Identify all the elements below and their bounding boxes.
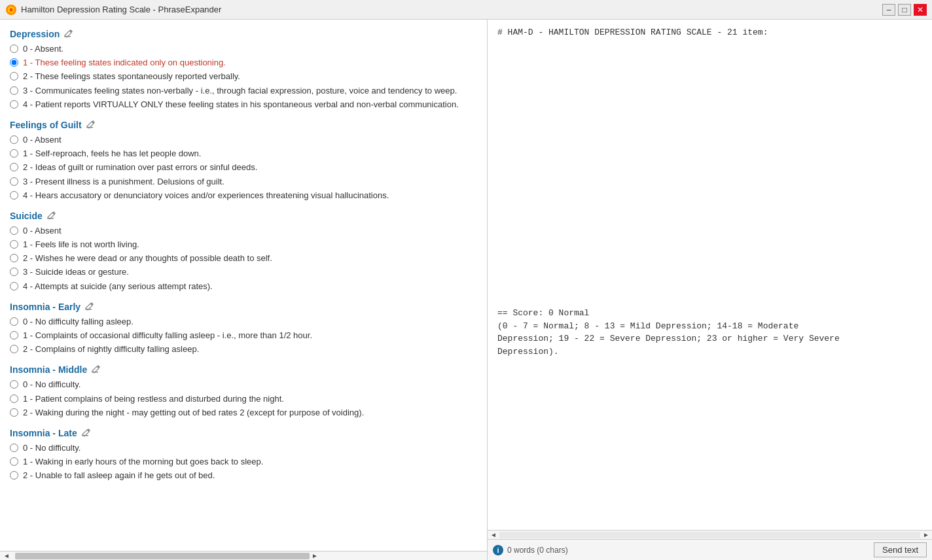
option-text-feelings-of-guilt-3: 3 - Present illness is a punishment. Del…	[23, 176, 224, 188]
option-row-suicide-3: 3 - Suicide ideas or gesture.	[10, 266, 477, 278]
word-count-text: 0 words (0 chars)	[507, 546, 568, 555]
edit-icon-insomnia-early[interactable]	[84, 302, 94, 311]
option-text-insomnia-early-0: 0 - No difficulty falling asleep.	[23, 316, 134, 328]
option-text-suicide-3: 3 - Suicide ideas or gesture.	[23, 266, 129, 278]
radio-insomnia-late-0[interactable]	[10, 444, 18, 452]
option-row-suicide-0: 0 - Absent	[10, 225, 477, 237]
option-row-depression-2: 2 - These feelings states spontaneously …	[10, 71, 477, 82]
section-header-suicide: Suicide	[10, 211, 477, 221]
option-row-feelings-of-guilt-1: 1 - Self-reproach, feels he has let peop…	[10, 148, 477, 160]
option-text-feelings-of-guilt-2: 2 - Ideas of guilt or rumination over pa…	[23, 162, 257, 173]
option-row-insomnia-early-2: 2 - Complains of nightly difficulty fall…	[10, 343, 477, 355]
option-text-feelings-of-guilt-1: 1 - Self-reproach, feels he has let peop…	[23, 148, 201, 160]
right-scroll-area[interactable]: # HAM-D - HAMILTON DEPRESSION RATING SCA…	[488, 20, 932, 530]
close-button[interactable]: ✕	[914, 4, 927, 16]
option-text-suicide-2: 2 - Wishes he were dead or any thoughts …	[23, 253, 272, 264]
radio-insomnia-middle-1[interactable]	[10, 394, 18, 403]
left-scroll-area[interactable]: Depression0 - Absent.1 - These feeling s…	[0, 20, 487, 551]
right-hscroll-left-arrow[interactable]: ◄	[488, 531, 499, 538]
left-horizontal-scrollbar[interactable]: ◄ ►	[0, 551, 487, 560]
section-header-insomnia-late: Insomnia - Late	[10, 428, 477, 438]
option-text-feelings-of-guilt-4: 4 - Hears accusatory or denunciatory voi…	[23, 190, 389, 201]
radio-suicide-0[interactable]	[10, 226, 18, 235]
option-text-insomnia-middle-1: 1 - Patient complains of being restless …	[23, 393, 284, 405]
hscroll-left-arrow[interactable]: ◄	[1, 552, 12, 559]
right-horizontal-scrollbar[interactable]: ◄ ►	[488, 530, 932, 539]
radio-depression-4[interactable]	[10, 100, 18, 109]
radio-depression-1[interactable]	[10, 58, 18, 67]
radio-insomnia-late-2[interactable]	[10, 471, 18, 480]
option-text-depression-4: 4 - Patient reports VIRTUALLY ONLY these…	[23, 99, 459, 111]
option-row-feelings-of-guilt-4: 4 - Hears accusatory or denunciatory voi…	[10, 190, 477, 201]
radio-insomnia-late-1[interactable]	[10, 457, 18, 466]
option-text-insomnia-middle-0: 0 - No difficulty.	[23, 379, 81, 391]
edit-icon-insomnia-late[interactable]	[81, 429, 90, 438]
edit-icon-feelings-of-guilt[interactable]	[86, 120, 95, 130]
option-text-suicide-0: 0 - Absent	[23, 225, 62, 237]
right-hscroll-right-arrow[interactable]: ►	[920, 531, 932, 538]
edit-icon-suicide[interactable]	[46, 211, 56, 220]
option-row-depression-4: 4 - Patient reports VIRTUALLY ONLY these…	[10, 99, 477, 111]
option-row-feelings-of-guilt-3: 3 - Present illness is a punishment. Del…	[10, 176, 477, 188]
section-label-depression: Depression	[10, 29, 60, 39]
right-text-content: # HAM-D - HAMILTON DEPRESSION RATING SCA…	[497, 26, 922, 358]
section-header-insomnia-early: Insomnia - Early	[10, 302, 477, 312]
section-label-insomnia-late: Insomnia - Late	[10, 428, 77, 438]
radio-insomnia-middle-2[interactable]	[10, 408, 18, 417]
window-controls: – □ ✕	[882, 4, 927, 16]
option-row-suicide-1: 1 - Feels life is not worth living.	[10, 239, 477, 251]
option-row-insomnia-late-2: 2 - Unable to fall asleep again if he ge…	[10, 470, 477, 481]
section-header-feelings-of-guilt: Feelings of Guilt	[10, 120, 477, 130]
option-text-suicide-4: 4 - Attempts at suicide (any serious att…	[23, 281, 213, 292]
section-label-insomnia-middle: Insomnia - Middle	[10, 364, 87, 375]
edit-icon-insomnia-middle[interactable]	[91, 365, 100, 374]
minimize-button[interactable]: –	[882, 4, 895, 16]
option-row-depression-1: 1 - These feeling states indicated only …	[10, 57, 477, 69]
right-panel: # HAM-D - HAMILTON DEPRESSION RATING SCA…	[488, 20, 932, 560]
title-bar: Hamilton Depression Rating Scale - Phras…	[0, 0, 932, 20]
radio-suicide-1[interactable]	[10, 240, 18, 249]
maximize-button[interactable]: □	[898, 4, 911, 16]
option-text-depression-1: 1 - These feeling states indicated only …	[23, 57, 226, 69]
send-text-button[interactable]: Send text	[874, 542, 927, 557]
option-row-feelings-of-guilt-2: 2 - Ideas of guilt or rumination over pa…	[10, 162, 477, 173]
option-text-feelings-of-guilt-0: 0 - Absent	[23, 134, 62, 146]
radio-suicide-2[interactable]	[10, 254, 18, 262]
radio-suicide-4[interactable]	[10, 282, 18, 290]
radio-suicide-3[interactable]	[10, 268, 18, 276]
radio-depression-2[interactable]	[10, 72, 18, 80]
radio-insomnia-early-0[interactable]	[10, 317, 18, 326]
edit-icon-depression[interactable]	[63, 29, 73, 39]
radio-feelings-of-guilt-0[interactable]	[10, 135, 18, 144]
option-row-insomnia-middle-1: 1 - Patient complains of being restless …	[10, 393, 477, 405]
section-header-insomnia-middle: Insomnia - Middle	[10, 364, 477, 375]
option-row-insomnia-middle-2: 2 - Waking during the night - may gettin…	[10, 407, 477, 419]
section-label-suicide: Suicide	[10, 211, 43, 221]
option-row-suicide-2: 2 - Wishes he were dead or any thoughts …	[10, 253, 477, 264]
option-text-insomnia-late-2: 2 - Unable to fall asleep again if he ge…	[23, 470, 215, 481]
radio-insomnia-early-2[interactable]	[10, 345, 18, 353]
radio-insomnia-middle-0[interactable]	[10, 380, 18, 389]
option-row-depression-3: 3 - Communicates feeling states non-verb…	[10, 85, 477, 97]
option-text-depression-2: 2 - These feelings states spontaneously …	[23, 71, 240, 82]
hscroll-right-arrow[interactable]: ►	[310, 552, 320, 559]
radio-depression-0[interactable]	[10, 44, 18, 53]
option-row-insomnia-middle-0: 0 - No difficulty.	[10, 379, 477, 391]
left-panel: Depression0 - Absent.1 - These feeling s…	[0, 20, 488, 560]
radio-depression-3[interactable]	[10, 86, 18, 95]
radio-feelings-of-guilt-2[interactable]	[10, 163, 18, 171]
radio-feelings-of-guilt-4[interactable]	[10, 191, 18, 200]
word-count-area: i 0 words (0 chars)	[493, 545, 869, 555]
radio-insomnia-early-1[interactable]	[10, 331, 18, 340]
option-text-suicide-1: 1 - Feels life is not worth living.	[23, 239, 139, 251]
svg-point-2	[10, 8, 13, 11]
option-text-insomnia-late-0: 0 - No difficulty.	[23, 442, 81, 454]
radio-feelings-of-guilt-1[interactable]	[10, 149, 18, 158]
info-icon: i	[493, 545, 503, 555]
option-text-insomnia-middle-2: 2 - Waking during the night - may gettin…	[23, 407, 364, 419]
hscroll-thumb[interactable]	[15, 553, 310, 559]
option-text-insomnia-early-2: 2 - Complains of nightly difficulty fall…	[23, 343, 199, 355]
radio-feelings-of-guilt-3[interactable]	[10, 177, 18, 186]
option-row-insomnia-late-0: 0 - No difficulty.	[10, 442, 477, 454]
option-row-insomnia-early-1: 1 - Complaints of occasional difficulty …	[10, 330, 477, 341]
